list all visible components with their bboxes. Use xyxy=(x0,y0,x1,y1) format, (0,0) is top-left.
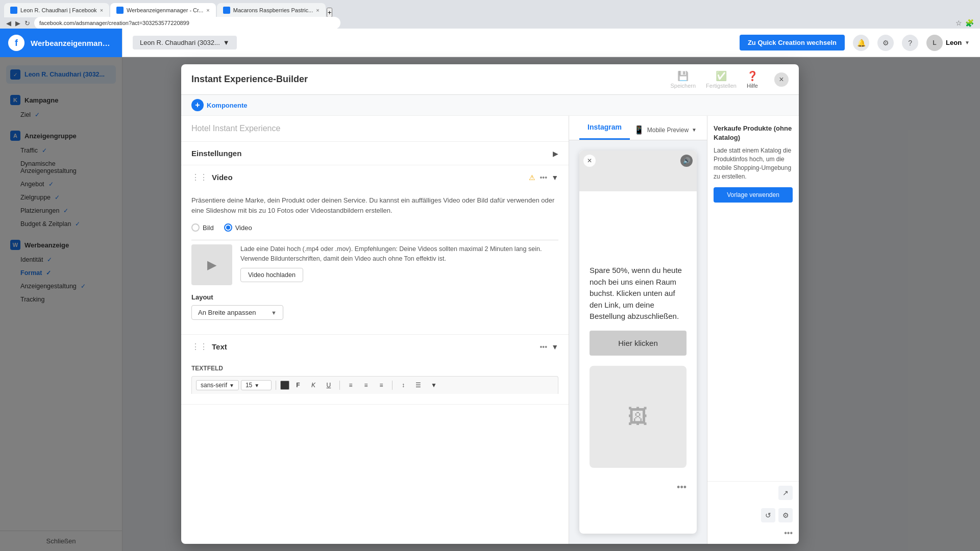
bold-button[interactable]: F xyxy=(291,379,305,392)
forward-button[interactable]: ▶ xyxy=(15,19,20,27)
video-description: Präsentiere deine Marke, dein Produkt od… xyxy=(191,195,558,215)
address-bar[interactable]: facebook.com/adsmanager/creation?act=303… xyxy=(34,17,340,29)
video-chevron-icon[interactable]: ▼ xyxy=(551,173,558,182)
back-button[interactable]: ◀ xyxy=(6,19,11,27)
use-template-button[interactable]: Vorlage verwenden xyxy=(714,187,793,203)
tab-favicon-1 xyxy=(10,7,17,14)
line-height-button[interactable]: ↕ xyxy=(397,379,410,392)
align-right-button[interactable]: ≡ xyxy=(375,379,388,392)
modal-header-actions: 💾 Speichern ✅ Fertigstellen ❓ Hilfe × xyxy=(671,70,789,89)
tab-close-2[interactable]: × xyxy=(206,7,209,13)
underline-button[interactable]: U xyxy=(322,379,335,392)
tab-close-3[interactable]: × xyxy=(316,7,319,13)
text-section-header[interactable]: ⋮⋮ Text ••• ▼ xyxy=(181,335,569,359)
modal-body: Einstellungen ▶ ⋮⋮ Video ⚠ xyxy=(181,116,799,544)
modal-close-button[interactable]: × xyxy=(774,72,789,87)
right-panel-description: Lade statt einem Katalog die Produktinfo… xyxy=(714,146,793,181)
layout-dropdown[interactable]: An Breite anpassen ▼ xyxy=(191,305,283,320)
video-upload-button[interactable]: Video hochladen xyxy=(240,268,303,282)
save-button[interactable]: 💾 Speichern xyxy=(671,70,696,89)
right-panel-actions: ↗ xyxy=(707,481,799,504)
radio-bild-circle xyxy=(191,223,200,232)
italic-button[interactable]: K xyxy=(307,379,320,392)
browser-tab-2[interactable]: Werbeanzeigenmanager - Cr... × xyxy=(110,3,216,17)
external-link-icon[interactable]: ↗ xyxy=(778,486,793,500)
account-selector[interactable]: Leon R. Chaudhari (3032... ▼ xyxy=(133,36,237,49)
customize-icon[interactable]: ⚙ xyxy=(778,508,793,522)
new-tab-button[interactable]: + xyxy=(327,8,333,17)
video-section-header[interactable]: ⋮⋮ Video ⚠ ••• ▼ xyxy=(181,165,569,189)
settings-section: Einstellungen ▶ xyxy=(181,142,569,165)
toolbar-separator-3 xyxy=(392,381,393,390)
user-avatar: L xyxy=(926,35,943,51)
save-icon: 💾 xyxy=(677,70,689,82)
experience-name-field[interactable] xyxy=(181,116,569,142)
preview-more-dots[interactable]: ••• xyxy=(579,478,697,497)
mobile-preview-label: Mobile Preview xyxy=(647,127,689,134)
browser-tab-1[interactable]: Leon R. Chaudhari | Facebook × xyxy=(4,3,109,17)
font-size-value: 15 xyxy=(246,382,252,389)
align-left-button[interactable]: ≡ xyxy=(344,379,357,392)
video-section-icons: ⚠ ••• ▼ xyxy=(529,173,558,182)
layout-label: Layout xyxy=(191,293,558,301)
notification-icon[interactable]: 🔔 xyxy=(853,35,869,51)
quick-creation-button[interactable]: Zu Quick Creation wechseln xyxy=(740,35,845,51)
mobile-preview-button[interactable]: 📱 Mobile Preview ▼ xyxy=(634,125,697,135)
help-icon[interactable]: ? xyxy=(902,35,918,51)
more-button[interactable]: ▼ xyxy=(427,379,440,392)
video-upload-info: Lade eine Datei hoch (.mp4 oder .mov). E… xyxy=(240,244,558,285)
font-family-arrow: ▼ xyxy=(229,383,234,388)
preview-close-icon[interactable]: ✕ xyxy=(583,155,596,167)
preview-volume-icon[interactable]: 🔊 xyxy=(680,155,693,167)
main-top-bar: Leon R. Chaudhari (3032... ▼ Zu Quick Cr… xyxy=(122,29,980,57)
help-button[interactable]: ❓ Hilfe xyxy=(747,70,758,89)
video-section-title: Video xyxy=(212,173,529,182)
font-family-value: sans-serif xyxy=(201,382,227,389)
video-more-icon[interactable]: ••• xyxy=(540,173,547,182)
font-size-select[interactable]: 15 ▼ xyxy=(241,380,272,390)
user-profile[interactable]: L Leon ▼ xyxy=(926,35,970,51)
text-chevron-icon[interactable]: ▼ xyxy=(551,343,558,351)
color-swatch[interactable] xyxy=(280,381,289,390)
browser-chrome: Leon R. Chaudhari | Facebook × Werbeanze… xyxy=(0,0,980,29)
align-center-button[interactable]: ≡ xyxy=(359,379,373,392)
font-size-arrow: ▼ xyxy=(254,383,259,388)
radio-video[interactable]: Video xyxy=(224,223,252,232)
reload-button[interactable]: ↻ xyxy=(24,19,30,27)
experience-name-input[interactable] xyxy=(191,124,558,133)
video-divider xyxy=(191,240,558,240)
radio-bild[interactable]: Bild xyxy=(191,223,214,232)
toolbar-separator-1 xyxy=(276,381,276,390)
font-family-select[interactable]: sans-serif ▼ xyxy=(196,380,239,390)
settings-chevron-icon[interactable]: ▶ xyxy=(553,149,558,158)
finalize-button[interactable]: ✅ Fertigstellen xyxy=(706,70,737,89)
text-drag-handle[interactable]: ⋮⋮ xyxy=(191,342,208,352)
settings-icon[interactable]: ⚙ xyxy=(877,35,894,51)
extensions-icon[interactable]: 🧩 xyxy=(965,19,974,27)
tab-close-1[interactable]: × xyxy=(100,7,103,13)
preview-cta-button[interactable]: Hier klicken xyxy=(590,331,687,356)
mobile-icon: 📱 xyxy=(634,125,644,135)
settings-section-header[interactable]: Einstellungen ▶ xyxy=(181,142,569,165)
mobile-preview-arrow: ▼ xyxy=(692,127,697,133)
list-button[interactable]: ☰ xyxy=(412,379,425,392)
add-component-button[interactable]: + Komponente xyxy=(191,99,247,111)
text-more-icon[interactable]: ••• xyxy=(540,343,547,351)
tab-instagram[interactable]: Instagram xyxy=(579,116,630,140)
tab-favicon-2 xyxy=(116,7,124,14)
video-thumbnail: ▶ xyxy=(191,244,232,285)
video-drag-handle[interactable]: ⋮⋮ xyxy=(191,172,208,182)
right-panel-bottom-actions: ↺ ⚙ xyxy=(707,504,799,527)
preview-image-placeholder: 🖼 xyxy=(590,366,687,468)
right-panel-spacer xyxy=(707,307,799,481)
ie-preview-panel: Instagram 📱 Mobile Preview ▼ xyxy=(569,116,707,544)
panel-more-dots[interactable]: ••• xyxy=(784,529,793,538)
modal-header: Instant Experience-Builder 💾 Speichern ✅… xyxy=(181,64,799,95)
modal-toolbar: + Komponente xyxy=(181,95,799,116)
browser-tab-3[interactable]: Macarons Raspberries Pastric... × xyxy=(217,3,326,17)
star-icon[interactable]: ☆ xyxy=(955,19,962,27)
refresh-icon[interactable]: ↺ xyxy=(761,508,775,522)
text-format-toolbar: sans-serif ▼ 15 ▼ F K xyxy=(191,376,558,394)
help-icon-modal: ❓ xyxy=(747,70,758,82)
video-section: ⋮⋮ Video ⚠ ••• ▼ Präsentiere deine Marke… xyxy=(181,165,569,335)
